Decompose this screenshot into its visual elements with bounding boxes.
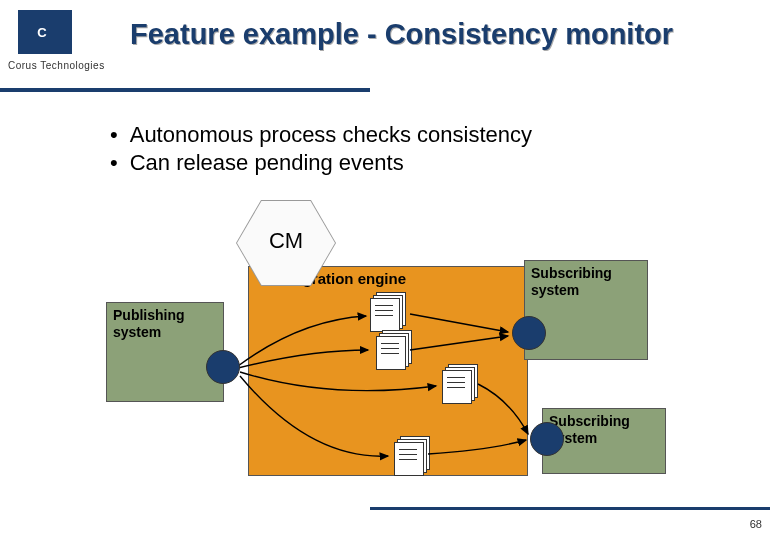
title-underline: [0, 88, 370, 92]
slide-title: Feature example - Consistency monitor: [130, 18, 673, 51]
publishing-system-box: Publishing system: [106, 302, 224, 402]
node-circle-icon: [206, 350, 240, 384]
logo-subtitle: Corus Technologies: [8, 60, 105, 71]
document-stack-icon: [442, 364, 478, 404]
footer-underline: [370, 507, 770, 510]
bullet-text: Can release pending events: [130, 150, 404, 175]
cm-hexagon: CM: [236, 200, 336, 286]
page-number: 68: [750, 518, 762, 530]
document-stack-icon: [394, 436, 430, 476]
bullet-item: •Autonomous process checks consistency: [110, 122, 532, 148]
slide-header: C Corus Technologies Feature example - C…: [0, 0, 780, 100]
publishing-system-label: Publishing system: [113, 307, 185, 341]
diagram-area: Integration engine Publishing system Sub…: [110, 200, 670, 500]
node-circle-icon: [512, 316, 546, 350]
subscribing-system-label: Subscribing system: [531, 265, 612, 299]
bullet-list: •Autonomous process checks consistency •…: [110, 122, 532, 178]
bullet-icon: •: [110, 122, 118, 147]
bullet-item: •Can release pending events: [110, 150, 532, 176]
logo-icon: C: [18, 10, 72, 54]
logo-letter: C: [37, 25, 52, 40]
cm-label: CM: [236, 228, 336, 254]
bullet-icon: •: [110, 150, 118, 175]
document-stack-icon: [370, 292, 406, 332]
node-circle-icon: [530, 422, 564, 456]
subscribing-system-box: Subscribing system: [524, 260, 648, 360]
bullet-text: Autonomous process checks consistency: [130, 122, 532, 147]
document-stack-icon: [376, 330, 412, 370]
